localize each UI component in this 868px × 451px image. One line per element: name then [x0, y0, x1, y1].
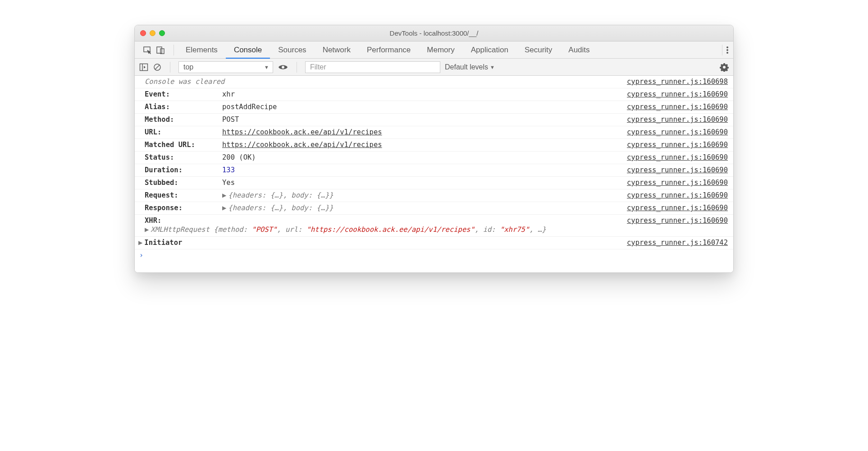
source-link[interactable]: cypress_runner.js:160690: [627, 216, 728, 225]
row-value: 133: [222, 166, 627, 174]
source-link[interactable]: cypress_runner.js:160690: [627, 128, 728, 136]
console-row: URL:https://cookbook.ack.ee/api/v1/recip…: [135, 126, 733, 139]
device-toggle-icon[interactable]: [156, 46, 165, 54]
expand-caret-icon: ▶: [222, 191, 226, 199]
source-link[interactable]: cypress_runner.js:160690: [627, 166, 728, 174]
console-row: Matched URL:https://cookbook.ack.ee/api/…: [135, 139, 733, 152]
console-output: Console was cleared cypress_runner.js:16…: [135, 76, 733, 272]
expand-caret-icon[interactable]: ▶: [145, 226, 149, 234]
source-link[interactable]: cypress_runner.js:160690: [627, 141, 728, 149]
row-label: Status:: [145, 153, 203, 161]
tab-memory[interactable]: Memory: [419, 41, 462, 58]
console-row: Response:▶{headers: {…}, body: {…}}cypre…: [135, 202, 733, 215]
row-label: Alias:: [145, 103, 203, 111]
console-row: Status:200 (OK)cypress_runner.js:160690: [135, 152, 733, 164]
window-title: DevTools - localhost:3000/__/: [135, 29, 733, 37]
svg-rect-1: [157, 47, 162, 53]
row-value: 200 (OK): [222, 153, 627, 161]
traffic-lights: [140, 30, 165, 36]
svg-point-3: [726, 46, 728, 48]
separator: [722, 45, 722, 55]
close-icon[interactable]: [140, 30, 146, 36]
more-icon[interactable]: [726, 46, 729, 55]
prompt-caret-icon: ›: [139, 251, 143, 259]
tab-network[interactable]: Network: [315, 41, 359, 58]
devtools-window: DevTools - localhost:3000/__/ ElementsCo…: [134, 25, 734, 273]
source-link[interactable]: cypress_runner.js:160690: [627, 191, 728, 199]
row-label: XHR:: [145, 216, 203, 225]
source-link[interactable]: cypress_runner.js:160690: [627, 115, 728, 124]
clear-console-icon[interactable]: [153, 63, 162, 72]
row-label: Matched URL:: [145, 141, 203, 149]
tab-security[interactable]: Security: [516, 41, 560, 58]
tab-console[interactable]: Console: [226, 41, 270, 58]
context-label: top: [183, 63, 193, 71]
console-row: Stubbed:Yescypress_runner.js:160690: [135, 177, 733, 189]
row-label: Response:: [145, 204, 203, 212]
source-link[interactable]: cypress_runner.js:160690: [627, 103, 728, 111]
row-value[interactable]: https://cookbook.ack.ee/api/v1/recipes: [222, 141, 627, 149]
row-label: URL:: [145, 128, 203, 136]
tab-audits[interactable]: Audits: [560, 41, 598, 58]
separator: [174, 45, 174, 55]
source-link[interactable]: cypress_runner.js:160690: [627, 153, 728, 161]
source-link[interactable]: cypress_runner.js:160742: [627, 239, 728, 247]
row-value: postAddRecipe: [222, 103, 627, 111]
svg-point-8: [282, 66, 284, 69]
row-label: Method:: [145, 115, 203, 124]
expand-caret-icon: ▶: [222, 204, 226, 212]
tab-elements[interactable]: Elements: [178, 41, 226, 58]
console-row: Alias:postAddRecipecypress_runner.js:160…: [135, 101, 733, 114]
source-link[interactable]: cypress_runner.js:160698: [627, 78, 728, 86]
console-row-initiator: ▶Initiator cypress_runner.js:160742: [135, 237, 733, 249]
row-value: xhr: [222, 90, 627, 98]
row-label: Stubbed:: [145, 179, 203, 187]
console-input[interactable]: [147, 251, 729, 259]
expand-caret-icon: ▶: [138, 239, 142, 247]
separator: [297, 62, 297, 73]
row-value[interactable]: ▶{headers: {…}, body: {…}}: [222, 191, 627, 199]
minimize-icon[interactable]: [150, 30, 155, 36]
settings-icon[interactable]: [720, 63, 729, 72]
console-cleared-row: Console was cleared cypress_runner.js:16…: [135, 76, 733, 88]
tab-performance[interactable]: Performance: [359, 41, 419, 58]
console-row: Request:▶{headers: {…}, body: {…}}cypres…: [135, 189, 733, 202]
console-toolbar: top ▼ Default levels ▼: [135, 59, 733, 76]
titlebar: DevTools - localhost:3000/__/: [135, 25, 733, 41]
row-value[interactable]: ▶{headers: {…}, body: {…}}: [222, 204, 627, 212]
source-link[interactable]: cypress_runner.js:160690: [627, 90, 728, 98]
log-levels-selector[interactable]: Default levels ▼: [445, 63, 495, 71]
row-value: POST: [222, 115, 627, 124]
sidebar-toggle-icon[interactable]: [139, 63, 148, 71]
separator: [170, 62, 170, 73]
svg-point-5: [726, 52, 728, 54]
console-row: Method:POSTcypress_runner.js:160690: [135, 114, 733, 126]
svg-point-4: [726, 49, 728, 51]
cleared-text: Console was cleared: [145, 78, 224, 86]
row-value[interactable]: https://cookbook.ack.ee/api/v1/recipes: [222, 128, 627, 136]
xhr-object-preview[interactable]: ▶XMLHttpRequest {method: "POST", url: "h…: [145, 226, 728, 234]
eye-icon[interactable]: [278, 63, 288, 71]
row-label: Request:: [145, 191, 203, 199]
row-label: Event:: [145, 90, 203, 98]
tab-sources[interactable]: Sources: [270, 41, 314, 58]
console-row: Duration:133cypress_runner.js:160690: [135, 164, 733, 177]
source-link[interactable]: cypress_runner.js:160690: [627, 204, 728, 212]
log-levels-label: Default levels: [445, 63, 488, 71]
chevron-down-icon: ▼: [264, 64, 269, 70]
row-value: Yes: [222, 179, 627, 187]
console-row: Event:xhrcypress_runner.js:160690: [135, 88, 733, 101]
tab-application[interactable]: Application: [463, 41, 516, 58]
initiator-expand[interactable]: ▶Initiator: [138, 239, 182, 247]
source-link[interactable]: cypress_runner.js:160690: [627, 179, 728, 187]
maximize-icon[interactable]: [159, 30, 165, 36]
filter-input[interactable]: [305, 61, 440, 73]
console-prompt: ›: [135, 249, 733, 261]
devtools-tabs: ElementsConsoleSourcesNetworkPerformance…: [135, 41, 733, 59]
context-selector[interactable]: top ▼: [178, 61, 273, 73]
chevron-down-icon: ▼: [490, 64, 495, 70]
console-row-xhr: XHR: cypress_runner.js:160690 ▶XMLHttpRe…: [135, 215, 733, 237]
inspect-icon[interactable]: [143, 46, 152, 54]
row-label: Duration:: [145, 166, 203, 174]
